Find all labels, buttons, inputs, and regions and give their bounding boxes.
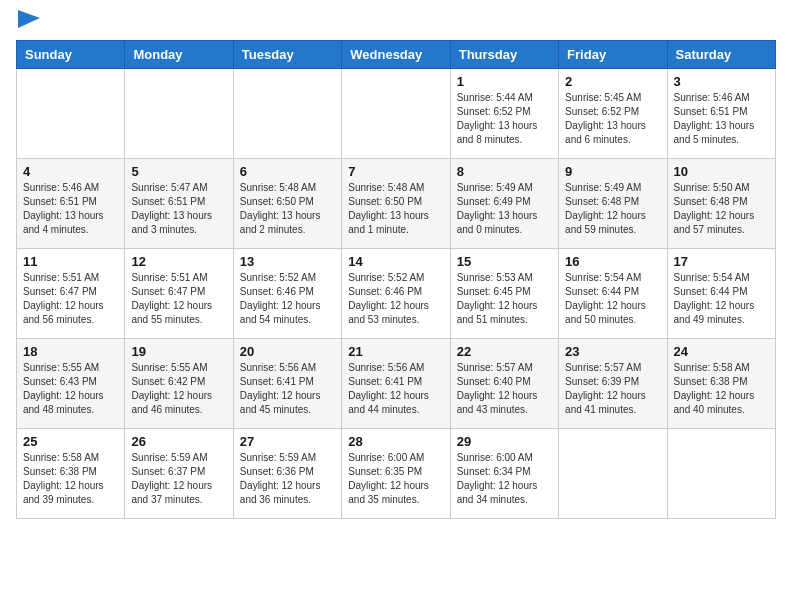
calendar-cell: 5Sunrise: 5:47 AM Sunset: 6:51 PM Daylig… xyxy=(125,159,233,249)
calendar-cell: 22Sunrise: 5:57 AM Sunset: 6:40 PM Dayli… xyxy=(450,339,558,429)
calendar-cell: 11Sunrise: 5:51 AM Sunset: 6:47 PM Dayli… xyxy=(17,249,125,339)
calendar-cell: 6Sunrise: 5:48 AM Sunset: 6:50 PM Daylig… xyxy=(233,159,341,249)
calendar-cell: 4Sunrise: 5:46 AM Sunset: 6:51 PM Daylig… xyxy=(17,159,125,249)
calendar-cell: 19Sunrise: 5:55 AM Sunset: 6:42 PM Dayli… xyxy=(125,339,233,429)
day-number: 5 xyxy=(131,164,226,179)
day-info: Sunrise: 5:56 AM Sunset: 6:41 PM Dayligh… xyxy=(240,361,335,417)
day-number: 23 xyxy=(565,344,660,359)
day-number: 22 xyxy=(457,344,552,359)
day-info: Sunrise: 5:59 AM Sunset: 6:36 PM Dayligh… xyxy=(240,451,335,507)
calendar-cell: 17Sunrise: 5:54 AM Sunset: 6:44 PM Dayli… xyxy=(667,249,775,339)
day-number: 1 xyxy=(457,74,552,89)
day-info: Sunrise: 5:55 AM Sunset: 6:42 PM Dayligh… xyxy=(131,361,226,417)
day-info: Sunrise: 6:00 AM Sunset: 6:35 PM Dayligh… xyxy=(348,451,443,507)
day-info: Sunrise: 5:46 AM Sunset: 6:51 PM Dayligh… xyxy=(23,181,118,237)
day-info: Sunrise: 5:54 AM Sunset: 6:44 PM Dayligh… xyxy=(565,271,660,327)
day-info: Sunrise: 5:54 AM Sunset: 6:44 PM Dayligh… xyxy=(674,271,769,327)
day-info: Sunrise: 5:56 AM Sunset: 6:41 PM Dayligh… xyxy=(348,361,443,417)
day-number: 11 xyxy=(23,254,118,269)
calendar-cell: 26Sunrise: 5:59 AM Sunset: 6:37 PM Dayli… xyxy=(125,429,233,519)
day-number: 21 xyxy=(348,344,443,359)
calendar-cell: 8Sunrise: 5:49 AM Sunset: 6:49 PM Daylig… xyxy=(450,159,558,249)
calendar-cell: 13Sunrise: 5:52 AM Sunset: 6:46 PM Dayli… xyxy=(233,249,341,339)
day-number: 3 xyxy=(674,74,769,89)
day-number: 25 xyxy=(23,434,118,449)
calendar-cell: 16Sunrise: 5:54 AM Sunset: 6:44 PM Dayli… xyxy=(559,249,667,339)
day-info: Sunrise: 5:48 AM Sunset: 6:50 PM Dayligh… xyxy=(348,181,443,237)
day-info: Sunrise: 5:45 AM Sunset: 6:52 PM Dayligh… xyxy=(565,91,660,147)
calendar-cell: 29Sunrise: 6:00 AM Sunset: 6:34 PM Dayli… xyxy=(450,429,558,519)
day-number: 13 xyxy=(240,254,335,269)
day-number: 10 xyxy=(674,164,769,179)
day-info: Sunrise: 5:52 AM Sunset: 6:46 PM Dayligh… xyxy=(240,271,335,327)
calendar-cell: 10Sunrise: 5:50 AM Sunset: 6:48 PM Dayli… xyxy=(667,159,775,249)
day-number: 28 xyxy=(348,434,443,449)
calendar-cell: 9Sunrise: 5:49 AM Sunset: 6:48 PM Daylig… xyxy=(559,159,667,249)
day-info: Sunrise: 5:57 AM Sunset: 6:39 PM Dayligh… xyxy=(565,361,660,417)
calendar-cell: 2Sunrise: 5:45 AM Sunset: 6:52 PM Daylig… xyxy=(559,69,667,159)
calendar-cell: 12Sunrise: 5:51 AM Sunset: 6:47 PM Dayli… xyxy=(125,249,233,339)
day-number: 27 xyxy=(240,434,335,449)
svg-marker-0 xyxy=(18,10,40,28)
day-info: Sunrise: 5:55 AM Sunset: 6:43 PM Dayligh… xyxy=(23,361,118,417)
day-number: 16 xyxy=(565,254,660,269)
day-info: Sunrise: 5:58 AM Sunset: 6:38 PM Dayligh… xyxy=(23,451,118,507)
week-row-3: 11Sunrise: 5:51 AM Sunset: 6:47 PM Dayli… xyxy=(17,249,776,339)
day-number: 15 xyxy=(457,254,552,269)
day-info: Sunrise: 5:52 AM Sunset: 6:46 PM Dayligh… xyxy=(348,271,443,327)
calendar-cell: 27Sunrise: 5:59 AM Sunset: 6:36 PM Dayli… xyxy=(233,429,341,519)
day-info: Sunrise: 5:44 AM Sunset: 6:52 PM Dayligh… xyxy=(457,91,552,147)
day-number: 8 xyxy=(457,164,552,179)
calendar-cell xyxy=(17,69,125,159)
calendar-cell: 15Sunrise: 5:53 AM Sunset: 6:45 PM Dayli… xyxy=(450,249,558,339)
logo xyxy=(16,16,40,28)
weekday-header-saturday: Saturday xyxy=(667,41,775,69)
day-info: Sunrise: 5:50 AM Sunset: 6:48 PM Dayligh… xyxy=(674,181,769,237)
calendar-cell: 24Sunrise: 5:58 AM Sunset: 6:38 PM Dayli… xyxy=(667,339,775,429)
day-number: 19 xyxy=(131,344,226,359)
day-info: Sunrise: 5:59 AM Sunset: 6:37 PM Dayligh… xyxy=(131,451,226,507)
week-row-1: 1Sunrise: 5:44 AM Sunset: 6:52 PM Daylig… xyxy=(17,69,776,159)
calendar-cell: 1Sunrise: 5:44 AM Sunset: 6:52 PM Daylig… xyxy=(450,69,558,159)
page-header xyxy=(16,16,776,28)
weekday-header-tuesday: Tuesday xyxy=(233,41,341,69)
calendar-cell: 3Sunrise: 5:46 AM Sunset: 6:51 PM Daylig… xyxy=(667,69,775,159)
day-number: 14 xyxy=(348,254,443,269)
day-info: Sunrise: 5:57 AM Sunset: 6:40 PM Dayligh… xyxy=(457,361,552,417)
day-info: Sunrise: 5:46 AM Sunset: 6:51 PM Dayligh… xyxy=(674,91,769,147)
calendar-cell: 25Sunrise: 5:58 AM Sunset: 6:38 PM Dayli… xyxy=(17,429,125,519)
day-info: Sunrise: 5:47 AM Sunset: 6:51 PM Dayligh… xyxy=(131,181,226,237)
calendar-cell xyxy=(125,69,233,159)
day-info: Sunrise: 5:49 AM Sunset: 6:48 PM Dayligh… xyxy=(565,181,660,237)
weekday-header-row: SundayMondayTuesdayWednesdayThursdayFrid… xyxy=(17,41,776,69)
calendar-cell: 21Sunrise: 5:56 AM Sunset: 6:41 PM Dayli… xyxy=(342,339,450,429)
day-number: 18 xyxy=(23,344,118,359)
day-info: Sunrise: 5:51 AM Sunset: 6:47 PM Dayligh… xyxy=(131,271,226,327)
calendar-table: SundayMondayTuesdayWednesdayThursdayFrid… xyxy=(16,40,776,519)
calendar-cell: 14Sunrise: 5:52 AM Sunset: 6:46 PM Dayli… xyxy=(342,249,450,339)
calendar-cell xyxy=(233,69,341,159)
day-number: 26 xyxy=(131,434,226,449)
day-number: 24 xyxy=(674,344,769,359)
calendar-cell: 23Sunrise: 5:57 AM Sunset: 6:39 PM Dayli… xyxy=(559,339,667,429)
day-number: 29 xyxy=(457,434,552,449)
day-info: Sunrise: 5:58 AM Sunset: 6:38 PM Dayligh… xyxy=(674,361,769,417)
calendar-cell xyxy=(559,429,667,519)
calendar-cell: 28Sunrise: 6:00 AM Sunset: 6:35 PM Dayli… xyxy=(342,429,450,519)
day-number: 12 xyxy=(131,254,226,269)
weekday-header-thursday: Thursday xyxy=(450,41,558,69)
week-row-2: 4Sunrise: 5:46 AM Sunset: 6:51 PM Daylig… xyxy=(17,159,776,249)
day-number: 2 xyxy=(565,74,660,89)
calendar-cell xyxy=(342,69,450,159)
logo-arrow-icon xyxy=(18,10,40,28)
day-number: 4 xyxy=(23,164,118,179)
day-info: Sunrise: 5:53 AM Sunset: 6:45 PM Dayligh… xyxy=(457,271,552,327)
day-info: Sunrise: 5:51 AM Sunset: 6:47 PM Dayligh… xyxy=(23,271,118,327)
day-info: Sunrise: 5:48 AM Sunset: 6:50 PM Dayligh… xyxy=(240,181,335,237)
week-row-5: 25Sunrise: 5:58 AM Sunset: 6:38 PM Dayli… xyxy=(17,429,776,519)
calendar-cell: 18Sunrise: 5:55 AM Sunset: 6:43 PM Dayli… xyxy=(17,339,125,429)
day-number: 7 xyxy=(348,164,443,179)
weekday-header-monday: Monday xyxy=(125,41,233,69)
day-number: 20 xyxy=(240,344,335,359)
calendar-cell: 20Sunrise: 5:56 AM Sunset: 6:41 PM Dayli… xyxy=(233,339,341,429)
